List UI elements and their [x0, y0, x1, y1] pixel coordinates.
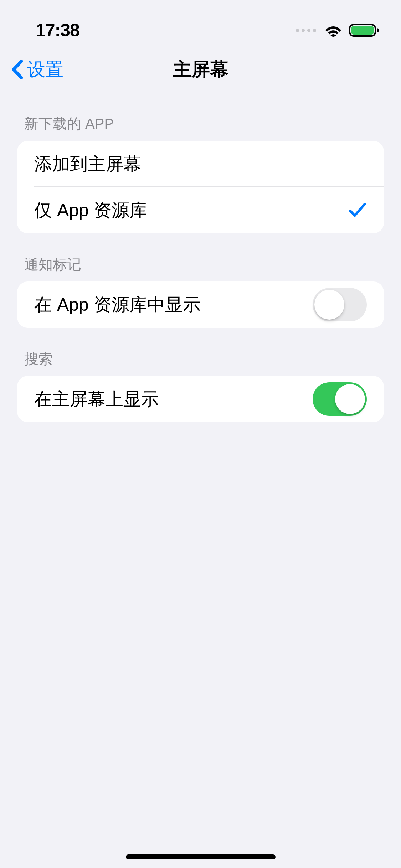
section-header-search: 搜索: [17, 328, 384, 376]
battery-icon: [349, 23, 380, 37]
status-time: 17:38: [36, 20, 79, 41]
checkmark-icon: [348, 202, 367, 219]
cell-label: 添加到主屏幕: [34, 152, 141, 176]
home-indicator[interactable]: [126, 854, 276, 859]
wifi-icon: [324, 24, 343, 37]
option-app-library-only[interactable]: 仅 App 资源库: [17, 187, 384, 233]
page-title: 主屏幕: [173, 57, 228, 82]
section-header-badges: 通知标记: [17, 233, 384, 281]
switch-show-in-app-library[interactable]: [313, 288, 367, 321]
cell-label: 在 App 资源库中显示: [34, 293, 201, 317]
cell-group-search: 在主屏幕上显示: [17, 376, 384, 422]
status-indicators: [296, 23, 380, 37]
cell-group-new-apps: 添加到主屏幕 仅 App 资源库: [17, 141, 384, 233]
cell-group-badges: 在 App 资源库中显示: [17, 281, 384, 328]
back-button[interactable]: 设置: [11, 57, 63, 82]
option-add-to-home[interactable]: 添加到主屏幕: [17, 141, 384, 187]
status-bar: 17:38: [0, 0, 401, 46]
switch-show-on-home[interactable]: [313, 382, 367, 416]
row-show-in-app-library: 在 App 资源库中显示: [17, 281, 384, 328]
section-header-new-apps: 新下载的 APP: [17, 93, 384, 141]
row-show-on-home: 在主屏幕上显示: [17, 376, 384, 422]
cell-label: 仅 App 资源库: [34, 198, 147, 222]
back-label: 设置: [27, 57, 63, 82]
cell-label: 在主屏幕上显示: [34, 387, 159, 411]
signal-dots-icon: [296, 29, 316, 32]
chevron-left-icon: [11, 59, 24, 80]
content: 新下载的 APP 添加到主屏幕 仅 App 资源库 通知标记 在 App 资源库…: [0, 93, 401, 422]
svg-rect-1: [351, 26, 374, 35]
navigation-bar: 设置 主屏幕: [0, 46, 401, 93]
